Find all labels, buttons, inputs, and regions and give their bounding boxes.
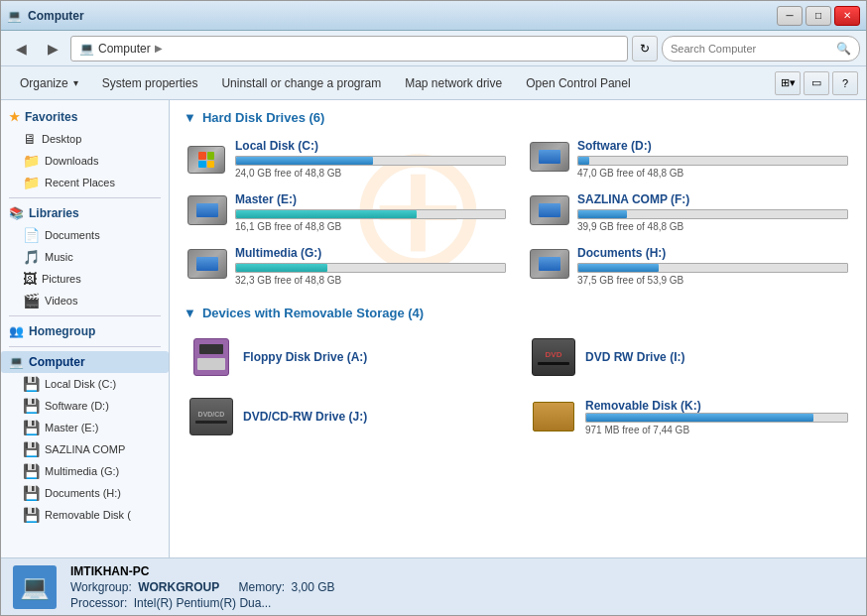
drive-bar-bg-4 bbox=[235, 263, 506, 273]
sidebar-item-sazlina[interactable]: 💾 SAZLINA COMP bbox=[1, 438, 169, 460]
sidebar-computer-section: 💻 Computer 💾 Local Disk (C:) 💾 Software … bbox=[1, 351, 169, 526]
removable-free-3: 971 MB free of 7,44 GB bbox=[585, 425, 848, 435]
drive-img-4 bbox=[187, 246, 227, 282]
preview-pane-button[interactable]: ▭ bbox=[804, 71, 829, 95]
drive-info-5: Documents (H:) 37,5 GB free of 53,9 GB bbox=[577, 246, 848, 286]
drive-info-3: SAZLINA COMP (F:) 39,9 GB free of 48,8 G… bbox=[577, 192, 848, 232]
sidebar-item-documents[interactable]: 📄 Documents bbox=[1, 224, 169, 246]
sidebar-item-pictures[interactable]: 🖼 Pictures bbox=[1, 268, 169, 290]
drive-info-0: Local Disk (C:) 24,0 GB free of 48,8 GB bbox=[235, 139, 506, 179]
music-icon: 🎵 bbox=[23, 249, 40, 265]
removable-header[interactable]: ▼ Devices with Removable Storage (4) bbox=[184, 306, 852, 320]
drive-h-icon: 💾 bbox=[23, 485, 40, 501]
status-pc-icon: 💻 bbox=[13, 565, 57, 609]
removable-name-0: Floppy Disk Drive (A:) bbox=[243, 350, 506, 364]
downloads-label: Downloads bbox=[45, 155, 98, 167]
sidebar-libraries-header[interactable]: 📚 Libraries bbox=[1, 202, 169, 224]
status-processor: Processor: Intel(R) Pentium(R) Dua... bbox=[70, 596, 335, 610]
drive-c-label: Local Disk (C:) bbox=[45, 378, 116, 390]
drive-f-label: SAZLINA COMP bbox=[45, 443, 125, 455]
removable-img-2: DVD/CD bbox=[187, 396, 235, 437]
drive-free-4: 32,3 GB free of 48,8 GB bbox=[235, 275, 506, 286]
sidebar-item-software-d[interactable]: 💾 Software (D:) bbox=[1, 395, 169, 417]
sidebar-item-videos[interactable]: 🎬 Videos bbox=[1, 290, 169, 311]
view-options-button[interactable]: ⊞▾ bbox=[775, 71, 801, 95]
drive-g-label: Multimedia (G:) bbox=[45, 465, 119, 477]
drive-item-0[interactable]: Local Disk (C:) 24,0 GB free of 48,8 GB bbox=[184, 135, 510, 183]
system-properties-button[interactable]: System properties bbox=[91, 70, 209, 96]
explorer-window: 💻 Computer ─ □ ✕ ◀ ▶ 💻 Computer ▶ ↻ 🔍 Or… bbox=[0, 0, 867, 616]
drives-grid: Local Disk (C:) 24,0 GB free of 48,8 GB … bbox=[184, 135, 852, 290]
forward-button[interactable]: ▶ bbox=[39, 36, 66, 62]
content-area: ⊕ ▼ Hard Disk Drives (6) bbox=[170, 100, 866, 557]
homegroup-icon: 👥 bbox=[9, 324, 24, 338]
organize-button[interactable]: Organize bbox=[9, 70, 89, 96]
removable-item-1[interactable]: DVD DVD RW Drive (I:) bbox=[526, 330, 852, 384]
videos-icon: 🎬 bbox=[23, 293, 40, 308]
removable-item-3[interactable]: Removable Disk (K:) 971 MB free of 7,44 … bbox=[526, 390, 852, 443]
sidebar-homegroup-header[interactable]: 👥 Homegroup bbox=[1, 320, 169, 342]
drive-d-icon: 💾 bbox=[23, 398, 40, 414]
removable-img-1: DVD bbox=[530, 336, 577, 378]
title-bar-left: 💻 Computer bbox=[7, 9, 84, 23]
drive-h-label: Documents (H:) bbox=[45, 487, 121, 499]
documents-folder-icon: 📄 bbox=[23, 227, 40, 243]
removable-img-3 bbox=[530, 396, 577, 437]
drive-name-0: Local Disk (C:) bbox=[235, 139, 506, 153]
removable-info-1: DVD RW Drive (I:) bbox=[585, 350, 848, 364]
sidebar-item-multimedia-g[interactable]: 💾 Multimedia (G:) bbox=[1, 460, 169, 482]
search-box[interactable]: 🔍 bbox=[662, 36, 860, 62]
sidebar-computer-header[interactable]: 💻 Computer bbox=[1, 351, 169, 373]
sidebar-homegroup-section: 👥 Homegroup bbox=[1, 320, 169, 342]
open-control-panel-button[interactable]: Open Control Panel bbox=[515, 70, 641, 96]
drive-bar-bg-2 bbox=[235, 209, 506, 219]
window-title: Computer bbox=[28, 9, 84, 23]
drive-name-5: Documents (H:) bbox=[577, 246, 848, 260]
pictures-label: Pictures bbox=[42, 273, 81, 285]
status-workgroup-memory: Workgroup: WORKGROUP Memory: 3,00 GB bbox=[70, 580, 335, 594]
removable-grid: Floppy Disk Drive (A:) DVD DVD RW Drive … bbox=[184, 330, 852, 443]
sidebar-item-recent-places[interactable]: 📁 Recent Places bbox=[1, 172, 169, 193]
drive-item-3[interactable]: SAZLINA COMP (F:) 39,9 GB free of 48,8 G… bbox=[526, 188, 852, 236]
drive-free-5: 37,5 GB free of 53,9 GB bbox=[577, 275, 848, 286]
refresh-button[interactable]: ↻ bbox=[632, 36, 658, 62]
drive-item-4[interactable]: Multimedia (G:) 32,3 GB free of 48,8 GB bbox=[184, 242, 510, 290]
drive-bar-bg-3 bbox=[577, 209, 848, 219]
sidebar-divider-1 bbox=[9, 197, 161, 198]
sidebar-item-documents-h[interactable]: 💾 Documents (H:) bbox=[1, 482, 169, 504]
removable-name-1: DVD RW Drive (I:) bbox=[585, 350, 848, 364]
sidebar-item-music[interactable]: 🎵 Music bbox=[1, 246, 169, 268]
drive-item-1[interactable]: Software (D:) 47,0 GB free of 48,8 GB bbox=[526, 135, 852, 183]
path-root: Computer bbox=[98, 42, 151, 56]
search-input[interactable] bbox=[671, 43, 832, 55]
restore-button[interactable]: □ bbox=[805, 6, 831, 26]
drive-k-label: Removable Disk ( bbox=[45, 509, 131, 521]
search-icon: 🔍 bbox=[836, 42, 851, 56]
path-computer-icon: 💻 bbox=[79, 42, 94, 56]
removable-info-0: Floppy Disk Drive (A:) bbox=[243, 350, 506, 364]
help-button[interactable]: ? bbox=[832, 71, 858, 95]
documents-label: Documents bbox=[45, 229, 100, 241]
hard-disks-arrow: ▼ bbox=[184, 110, 196, 125]
drive-img-0 bbox=[187, 139, 227, 175]
removable-item-2[interactable]: DVD/CD DVD/CD-RW Drive (J:) bbox=[184, 390, 510, 443]
drive-item-5[interactable]: Documents (H:) 37,5 GB free of 53,9 GB bbox=[526, 242, 852, 290]
sidebar-item-removable-k[interactable]: 💾 Removable Disk ( bbox=[1, 504, 169, 526]
status-pc-name: IMTIKHAN-PC bbox=[70, 564, 335, 578]
sidebar-item-desktop[interactable]: 🖥 Desktop bbox=[1, 128, 169, 150]
hard-disks-header[interactable]: ▼ Hard Disk Drives (6) bbox=[184, 110, 852, 125]
recent-places-icon: 📁 bbox=[23, 175, 40, 190]
address-path[interactable]: 💻 Computer ▶ bbox=[70, 36, 628, 62]
minimize-button[interactable]: ─ bbox=[777, 6, 803, 26]
sidebar-item-local-disk-c[interactable]: 💾 Local Disk (C:) bbox=[1, 373, 169, 395]
drive-info-4: Multimedia (G:) 32,3 GB free of 48,8 GB bbox=[235, 246, 506, 286]
sidebar-item-master-e[interactable]: 💾 Master (E:) bbox=[1, 417, 169, 438]
close-button[interactable]: ✕ bbox=[834, 6, 860, 26]
sidebar-item-downloads[interactable]: 📁 Downloads bbox=[1, 150, 169, 172]
uninstall-button[interactable]: Uninstall or change a program bbox=[210, 70, 392, 96]
drive-item-2[interactable]: Master (E:) 16,1 GB free of 48,8 GB bbox=[184, 188, 510, 236]
back-button[interactable]: ◀ bbox=[7, 36, 35, 62]
removable-item-0[interactable]: Floppy Disk Drive (A:) bbox=[184, 330, 510, 384]
map-network-button[interactable]: Map network drive bbox=[394, 70, 513, 96]
sidebar-favorites-header[interactable]: ★ Favorites bbox=[1, 106, 169, 128]
